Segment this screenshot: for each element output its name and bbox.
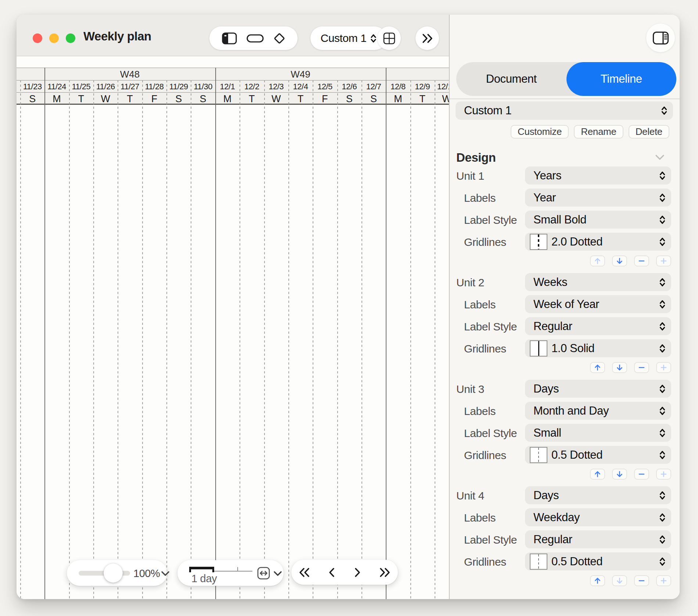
chevron-updown-icon — [661, 105, 668, 116]
minus-icon[interactable] — [634, 255, 649, 266]
zoom-slider-thumb[interactable] — [104, 563, 123, 583]
customize-button[interactable]: Customize — [511, 125, 569, 139]
section-title: Design — [456, 151, 496, 164]
diamond-icon[interactable] — [273, 32, 285, 44]
select-value: Year — [533, 191, 556, 204]
frame-plus-icon[interactable] — [377, 26, 401, 50]
grid-line[interactable] — [215, 68, 216, 599]
unit-labels-select[interactable]: Weekday — [525, 508, 671, 526]
unit-label-style-select[interactable]: Small — [525, 424, 671, 442]
chevron-updown-icon — [659, 236, 666, 247]
select-value: 0.5 Dotted — [551, 555, 602, 568]
grid-line[interactable] — [142, 80, 143, 599]
close-icon[interactable] — [33, 33, 42, 43]
grid-line[interactable] — [435, 80, 435, 599]
chevron-down-icon[interactable] — [655, 154, 665, 162]
minus-icon[interactable] — [634, 575, 649, 586]
unit-gridlines-select[interactable]: 0.5 Dotted — [525, 446, 671, 464]
chevron-down-icon[interactable] — [161, 571, 170, 578]
column-date: 12/4 — [288, 80, 313, 92]
grid-line[interactable] — [118, 80, 118, 599]
double-chevron-right-icon[interactable] — [415, 26, 439, 50]
column-date: 11/28 — [142, 80, 166, 92]
arrow-down-icon[interactable] — [612, 575, 627, 586]
unit-type-select[interactable]: Years — [525, 166, 671, 185]
grid-line[interactable] — [288, 80, 289, 599]
unit-gridlines-select[interactable]: 1.0 Solid — [525, 339, 671, 357]
unit-gridlines-select[interactable]: 2.0 Dotted — [525, 233, 671, 251]
row-label: Unit 2 — [456, 273, 484, 291]
back-icon[interactable] — [328, 567, 335, 578]
preset-actions: Customize Rename Delete — [511, 125, 669, 139]
column-date: 11/26 — [93, 80, 118, 92]
grid-line[interactable] — [93, 80, 94, 599]
scale-label: 1 day — [191, 573, 217, 585]
unit-gridlines-select[interactable]: 0.5 Dotted — [525, 552, 671, 570]
column-date: 12/9 — [410, 80, 435, 92]
column-day: W — [264, 92, 288, 105]
unit-type-select[interactable]: Days — [525, 486, 671, 504]
scale-ruler[interactable]: 1 day — [188, 564, 254, 584]
minus-icon[interactable] — [634, 469, 649, 480]
plus-icon[interactable] — [656, 362, 671, 373]
grid-line[interactable] — [337, 80, 338, 599]
arrow-up-icon[interactable] — [590, 575, 605, 586]
delete-button[interactable]: Delete — [629, 125, 669, 139]
tab-timeline[interactable]: Timeline — [566, 62, 677, 96]
zoom-icon[interactable] — [66, 33, 75, 43]
sidebar-left-icon[interactable] — [222, 32, 237, 44]
unit-type-select[interactable]: Weeks — [525, 273, 671, 291]
zoom-slider[interactable] — [79, 571, 130, 576]
plus-icon[interactable] — [656, 575, 671, 586]
unit-labels-select[interactable]: Month and Day — [525, 402, 671, 420]
unit-label-style-select[interactable]: Small Bold — [525, 211, 671, 229]
plus-icon[interactable] — [656, 255, 671, 266]
grid-line[interactable] — [361, 80, 362, 599]
row-label: Unit 1 — [456, 166, 484, 185]
plus-icon[interactable] — [656, 469, 671, 480]
grid-line[interactable] — [166, 80, 167, 599]
arrow-down-icon[interactable] — [612, 255, 627, 266]
chevron-updown-icon — [659, 170, 666, 181]
grid-line[interactable] — [191, 80, 191, 599]
grid-line[interactable] — [386, 68, 386, 599]
grid-line[interactable] — [264, 80, 265, 599]
arrow-up-icon[interactable] — [590, 362, 605, 373]
fast-forward-icon[interactable] — [379, 567, 391, 578]
grid-line[interactable] — [240, 80, 240, 599]
unit-type-select[interactable]: Days — [525, 380, 671, 398]
sidebar-right-icon[interactable] — [646, 24, 675, 52]
tab-document[interactable]: Document — [456, 62, 566, 96]
arrow-down-icon[interactable] — [612, 362, 627, 373]
grid-line[interactable] — [20, 80, 21, 599]
arrow-up-icon[interactable] — [590, 255, 605, 266]
arrow-down-icon[interactable] — [612, 469, 627, 480]
capsule-icon[interactable] — [247, 34, 264, 43]
row-label: Label Style — [464, 424, 517, 442]
chevron-updown-icon — [659, 490, 666, 501]
unit-row: Unit 1Years — [456, 166, 672, 185]
unit-labels-select[interactable]: Week of Year — [525, 295, 671, 313]
forward-icon[interactable] — [354, 567, 361, 578]
grid-line[interactable] — [69, 80, 70, 599]
arrow-up-icon[interactable] — [590, 469, 605, 480]
unit-labels-select[interactable]: Year — [525, 189, 671, 207]
toolbar-preset-dropdown[interactable]: Custom 1 — [310, 26, 386, 50]
grid-line[interactable] — [410, 80, 411, 599]
inspector-panel: Document Timeline Custom 1 Customize Ren… — [449, 15, 680, 599]
unit-label-style-select[interactable]: Regular — [525, 317, 671, 335]
divider — [450, 99, 680, 99]
preset-select[interactable]: Custom 1 — [456, 101, 673, 120]
fit-width-icon[interactable] — [257, 566, 270, 581]
unit-label-style-select[interactable]: Regular — [525, 530, 671, 548]
chevron-updown-icon — [659, 556, 666, 567]
row-label: Gridlines — [464, 446, 506, 464]
chevron-down-icon[interactable] — [273, 571, 282, 578]
chevron-updown-icon — [659, 534, 666, 545]
grid-line[interactable] — [44, 68, 45, 599]
rewind-icon[interactable] — [299, 567, 310, 578]
minimize-icon[interactable] — [49, 33, 59, 43]
rename-button[interactable]: Rename — [574, 125, 623, 139]
grid-line[interactable] — [313, 80, 313, 599]
minus-icon[interactable] — [634, 362, 649, 373]
